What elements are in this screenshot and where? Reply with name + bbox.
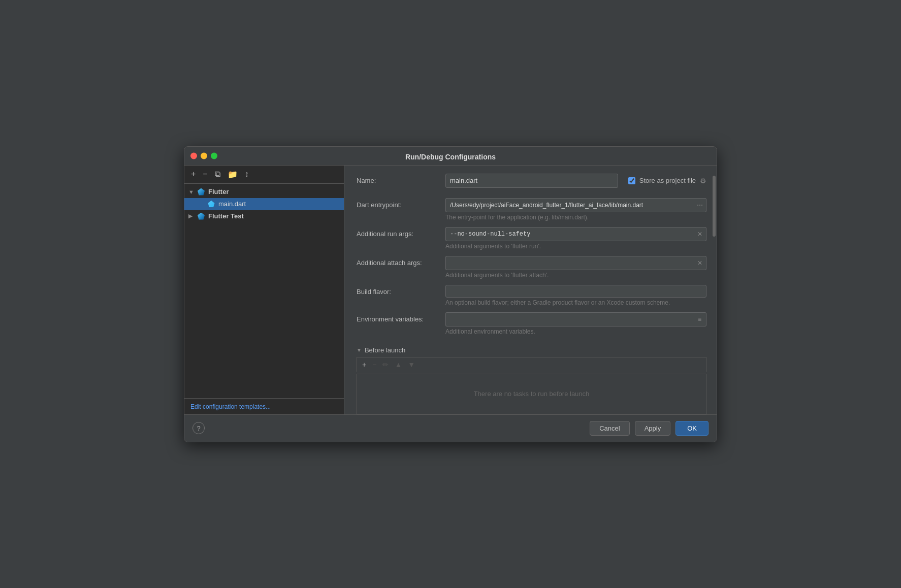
sidebar-item-main-dart[interactable]: ▶ main.dart bbox=[184, 198, 344, 210]
dart-entrypoint-label: Dart entrypoint: bbox=[357, 198, 445, 209]
env-vars-row: Environment variables: ≡ Additional envi… bbox=[357, 312, 706, 339]
edit-configuration-templates-link[interactable]: Edit configuration templates... bbox=[190, 403, 271, 410]
flutter-test-chevron-icon: ▶ bbox=[188, 213, 197, 219]
before-launch-move-up-button[interactable]: ▲ bbox=[393, 360, 404, 370]
env-vars-label: Environment variables: bbox=[357, 312, 445, 323]
build-flavor-input[interactable] bbox=[445, 285, 706, 298]
store-as-project-checkbox[interactable] bbox=[628, 177, 635, 184]
copy-configuration-button[interactable]: ⧉ bbox=[212, 169, 223, 180]
attach-args-row: Additional attach args: ✕ Additional arg… bbox=[357, 256, 706, 283]
dart-entrypoint-row: Dart entrypoint: ⋯ The entry-point for t… bbox=[357, 198, 706, 225]
dart-entrypoint-input-group: ⋯ bbox=[445, 198, 706, 212]
flutter-group-label: Flutter bbox=[208, 188, 229, 195]
add-configuration-button[interactable]: + bbox=[188, 169, 198, 180]
scrollbar-track bbox=[712, 166, 717, 414]
scrollbar-thumb[interactable] bbox=[713, 176, 716, 237]
flutter-group-icon bbox=[197, 188, 206, 196]
maximize-button[interactable] bbox=[211, 152, 217, 159]
env-vars-input-group: ≡ bbox=[445, 312, 706, 326]
dart-entrypoint-input[interactable] bbox=[445, 198, 693, 212]
minimize-button[interactable] bbox=[201, 152, 207, 159]
ok-button[interactable]: OK bbox=[675, 421, 709, 436]
title-bar: Run/Debug Configurations bbox=[184, 147, 717, 166]
before-launch-remove-button[interactable]: − bbox=[370, 360, 378, 370]
attach-args-label: Additional attach args: bbox=[357, 256, 445, 267]
sidebar-item-flutter-test[interactable]: ▶ Flutter Test bbox=[184, 210, 344, 222]
flutter-chevron-icon: ▼ bbox=[188, 189, 197, 195]
form-section: Dart entrypoint: ⋯ The entry-point for t… bbox=[357, 198, 706, 341]
before-launch-toolbar: + − ✏ ▲ ▼ bbox=[357, 357, 706, 372]
run-args-input-group: ✕ bbox=[445, 227, 706, 241]
sidebar-item-flutter[interactable]: ▼ Flutter bbox=[184, 186, 344, 198]
apply-button[interactable]: Apply bbox=[635, 421, 671, 436]
main-dart-label: main.dart bbox=[218, 200, 246, 208]
run-args-input[interactable] bbox=[445, 227, 693, 241]
gear-icon[interactable]: ⚙ bbox=[700, 177, 706, 185]
sidebar-tree: ▼ Flutter ▶ main.dart ▶ bbox=[184, 184, 344, 398]
env-vars-input[interactable] bbox=[445, 312, 693, 326]
footer-left: ? bbox=[192, 422, 205, 434]
help-button[interactable]: ? bbox=[192, 422, 205, 434]
store-as-project-label: Store as project file bbox=[639, 177, 696, 184]
folder-button[interactable]: 📁 bbox=[225, 169, 240, 180]
edit-icon: ≡ bbox=[698, 316, 701, 323]
cancel-button[interactable]: Cancel bbox=[590, 421, 629, 436]
flutter-test-group-icon bbox=[197, 212, 206, 220]
before-launch-header: ▼ Before launch bbox=[357, 346, 706, 354]
env-vars-edit-button[interactable]: ≡ bbox=[693, 312, 706, 326]
before-launch-section: ▼ Before launch + − ✏ ▲ bbox=[357, 346, 706, 414]
close-button[interactable] bbox=[190, 152, 197, 159]
dart-entrypoint-browse-button[interactable]: ⋯ bbox=[693, 198, 706, 212]
browse-icon: ⋯ bbox=[697, 202, 703, 209]
dart-entrypoint-content: ⋯ The entry-point for the application (e… bbox=[445, 198, 706, 225]
run-args-label: Additional run args: bbox=[357, 227, 445, 238]
sidebar: + − ⧉ 📁 ↕ ▼ bbox=[184, 166, 344, 414]
sidebar-bottom: Edit configuration templates... bbox=[184, 398, 344, 414]
env-vars-content: ≡ Additional environment variables. bbox=[445, 312, 706, 339]
clear-icon: ✕ bbox=[697, 231, 702, 238]
build-flavor-row: Build flavor: An optional build flavor; … bbox=[357, 285, 706, 310]
flutter-test-group-label: Flutter Test bbox=[208, 212, 244, 220]
attach-args-hint: Additional arguments to 'flutter attach'… bbox=[445, 272, 706, 279]
main-panel: Name: Store as project file ⚙ Dart entry… bbox=[344, 166, 717, 414]
before-launch-collapse-icon[interactable]: ▼ bbox=[357, 347, 362, 353]
before-launch-move-down-button[interactable]: ▼ bbox=[406, 360, 417, 370]
name-row: Name: Store as project file ⚙ bbox=[357, 174, 706, 188]
name-input[interactable] bbox=[445, 174, 618, 188]
dialog-footer: ? Cancel Apply OK bbox=[184, 414, 717, 442]
name-label: Name: bbox=[357, 177, 445, 184]
before-launch-content: There are no tasks to run before launch bbox=[357, 374, 706, 414]
attach-args-input[interactable] bbox=[445, 256, 693, 270]
attach-args-clear-button[interactable]: ✕ bbox=[693, 256, 706, 270]
dialog-title: Run/Debug Configurations bbox=[405, 153, 496, 161]
run-args-hint: Additional arguments to 'flutter run'. bbox=[445, 243, 706, 250]
build-flavor-label: Build flavor: bbox=[357, 285, 445, 296]
sort-button[interactable]: ↕ bbox=[242, 169, 251, 180]
clear-icon2: ✕ bbox=[697, 259, 702, 267]
env-vars-hint: Additional environment variables. bbox=[445, 328, 706, 335]
before-launch-edit-button[interactable]: ✏ bbox=[380, 360, 391, 370]
before-launch-add-button[interactable]: + bbox=[360, 360, 368, 370]
attach-args-input-group: ✕ bbox=[445, 256, 706, 270]
run-args-row: Additional run args: ✕ Additional argume… bbox=[357, 227, 706, 254]
sidebar-toolbar: + − ⧉ 📁 ↕ bbox=[184, 166, 344, 184]
run-args-clear-button[interactable]: ✕ bbox=[693, 227, 706, 241]
dialog-body: + − ⧉ 📁 ↕ ▼ bbox=[184, 166, 717, 414]
run-args-content: ✕ Additional arguments to 'flutter run'. bbox=[445, 227, 706, 254]
main-dart-icon bbox=[207, 200, 216, 208]
build-flavor-content: An optional build flavor; either a Gradl… bbox=[445, 285, 706, 310]
before-launch-title: Before launch bbox=[365, 346, 405, 354]
store-as-project-container: Store as project file ⚙ bbox=[628, 177, 706, 185]
remove-configuration-button[interactable]: − bbox=[200, 169, 210, 180]
build-flavor-hint: An optional build flavor; either a Gradl… bbox=[445, 299, 706, 306]
attach-args-content: ✕ Additional arguments to 'flutter attac… bbox=[445, 256, 706, 283]
run-debug-configurations-dialog: Run/Debug Configurations + − ⧉ 📁 ↕ bbox=[184, 146, 717, 442]
traffic-lights bbox=[190, 152, 217, 159]
no-tasks-text: There are no tasks to run before launch bbox=[474, 390, 590, 398]
dart-entrypoint-hint: The entry-point for the application (e.g… bbox=[445, 214, 706, 221]
